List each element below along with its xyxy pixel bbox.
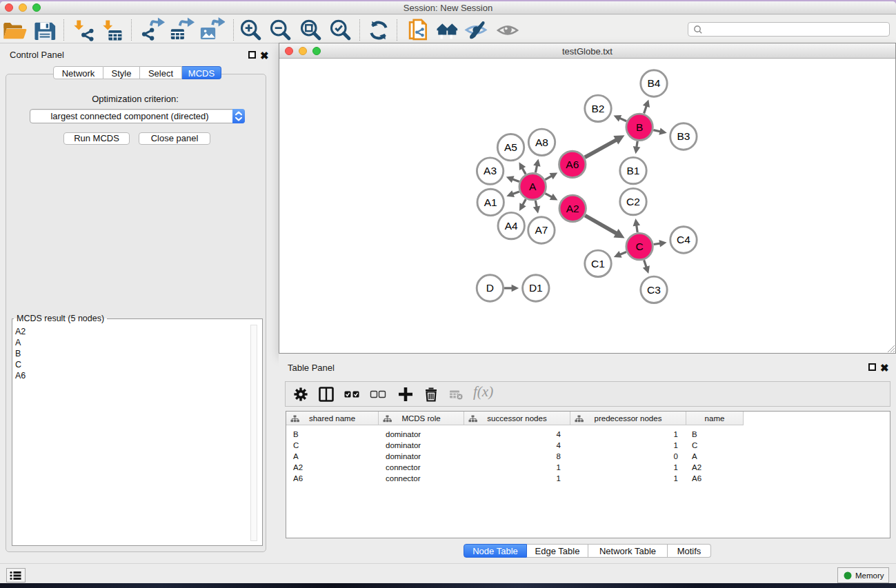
svg-text:A7: A7 xyxy=(535,224,548,236)
svg-text:B2: B2 xyxy=(592,103,605,114)
svg-text:A8: A8 xyxy=(535,136,548,148)
svg-text:A: A xyxy=(529,181,537,192)
svg-text:C1: C1 xyxy=(591,258,605,270)
svg-text:C2: C2 xyxy=(626,196,640,207)
svg-text:A3: A3 xyxy=(484,165,497,176)
svg-text:B1: B1 xyxy=(627,165,640,176)
svg-text:A4: A4 xyxy=(505,220,518,232)
svg-text:B: B xyxy=(636,121,643,133)
svg-text:D: D xyxy=(486,282,494,294)
svg-text:B3: B3 xyxy=(677,130,690,142)
svg-text:A6: A6 xyxy=(566,159,579,170)
svg-text:C3: C3 xyxy=(647,284,661,296)
svg-text:C4: C4 xyxy=(677,234,690,245)
svg-text:B4: B4 xyxy=(648,77,661,89)
svg-text:A5: A5 xyxy=(504,141,517,153)
svg-text:A1: A1 xyxy=(484,196,497,208)
svg-text:D1: D1 xyxy=(529,282,543,294)
svg-text:C: C xyxy=(635,241,643,252)
svg-text:A2: A2 xyxy=(566,203,579,214)
